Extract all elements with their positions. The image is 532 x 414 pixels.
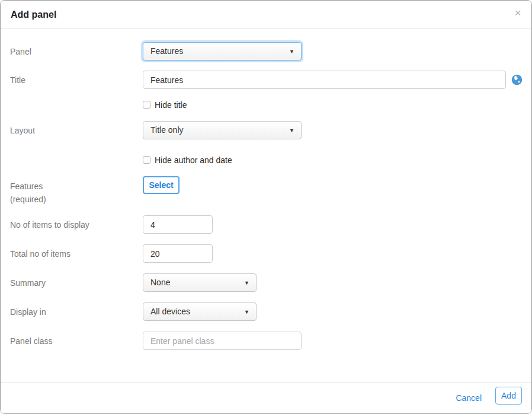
total-items-label: Total no of items [10,249,70,259]
chevron-down-icon: ▼ [244,274,249,292]
panel-class-label: Panel class [10,336,53,346]
globe-icon[interactable] [511,74,523,85]
panel-class-input[interactable] [143,332,302,350]
features-label: Features [10,181,43,192]
dialog-title: Add panel [11,9,56,20]
cancel-button[interactable]: Cancel [456,393,482,403]
layout-select-value: Title only [150,125,184,135]
display-in-select-value: All devices [150,307,190,316]
hide-author-date-label[interactable]: Hide author and date [155,155,232,165]
chevron-down-icon: ▼ [289,122,294,139]
title-input[interactable] [143,71,506,89]
display-in-label: Display in [10,307,46,317]
hide-author-date-checkbox[interactable] [143,156,150,164]
panel-select[interactable]: Features ▼ [143,42,302,60]
add-panel-dialog: Add panel × Panel Features ▼ Title Hide … [0,0,532,414]
layout-select[interactable]: Title only ▼ [143,121,302,139]
total-items-input[interactable] [143,244,213,263]
features-select-button[interactable]: Select [143,176,180,194]
items-to-display-label: No of items to display [10,220,89,230]
display-in-select[interactable]: All devices ▼ [143,302,257,321]
chevron-down-icon: ▼ [289,43,294,60]
panel-label: Panel [10,47,31,57]
summary-select-value: None [150,278,170,287]
summary-label: Summary [10,278,46,288]
panel-select-value: Features [150,46,183,56]
layout-label: Layout [10,126,35,136]
dialog-header: Add panel × [1,1,531,29]
dialog-footer: Cancel Add [1,382,531,413]
close-icon[interactable]: × [511,7,524,20]
title-label: Title [10,75,25,85]
add-button[interactable]: Add [495,387,522,405]
summary-select[interactable]: None ▼ [143,273,257,292]
features-required-label: (required) [10,195,46,205]
chevron-down-icon: ▼ [244,303,249,321]
hide-title-label[interactable]: Hide title [155,100,187,110]
items-to-display-input[interactable] [143,215,213,234]
hide-title-checkbox[interactable] [143,101,150,109]
